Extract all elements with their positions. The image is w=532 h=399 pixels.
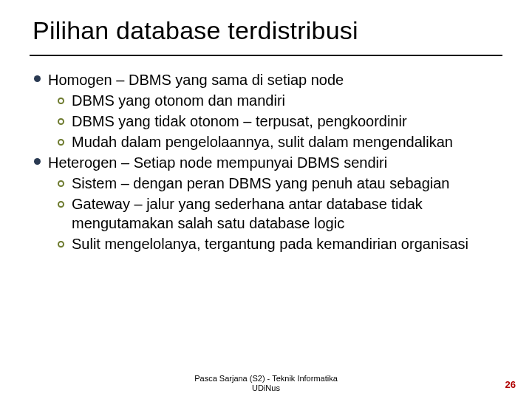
slide: Pilihan database terdistribusi Homogen –…	[0, 0, 532, 399]
bullet-text: Sistem – dengan peran DBMS yang penuh at…	[72, 174, 449, 193]
bullet-text: Mudah dalam pengelolaannya, sulit dalam …	[72, 132, 453, 151]
bullet-text: Sulit mengelolanya, tergantung pada kema…	[72, 234, 468, 253]
subbullet-icon	[58, 118, 64, 125]
footer: Pasca Sarjana (S2) - Teknik Informatika …	[0, 374, 532, 393]
subbullet-icon	[58, 139, 64, 146]
bullet-text: DBMS yang tidak otonom – terpusat, pengk…	[72, 112, 407, 131]
bullet-level2: Sulit mengelolanya, tergantung pada kema…	[58, 234, 502, 253]
bullet-text: DBMS yang otonom dan mandiri	[72, 91, 285, 110]
footer-text: Pasca Sarjana (S2) - Teknik Informatika …	[194, 374, 338, 393]
content-area: Homogen – DBMS yang sama di setiap node …	[33, 70, 502, 253]
footer-line1: Pasca Sarjana (S2) - Teknik Informatika	[194, 374, 338, 383]
bullet-text: Gateway – jalur yang sederhana antar dat…	[72, 194, 502, 233]
bullet-text: Heterogen – Setiap node mempunyai DBMS s…	[48, 153, 387, 172]
bullet-icon	[34, 158, 41, 165]
page-number: 26	[505, 379, 516, 390]
bullet-level2: Gateway – jalur yang sederhana antar dat…	[58, 194, 502, 233]
subbullet-icon	[58, 180, 64, 187]
bullet-level2: DBMS yang tidak otonom – terpusat, pengk…	[58, 112, 502, 131]
bullet-level2: Mudah dalam pengelolaannya, sulit dalam …	[58, 132, 502, 151]
subbullet-icon	[58, 98, 64, 104]
subbullet-icon	[58, 201, 64, 208]
subbullet-icon	[58, 241, 64, 248]
bullet-level2: DBMS yang otonom dan mandiri	[58, 91, 502, 110]
bullet-icon	[34, 75, 41, 82]
bullet-level2: Sistem – dengan peran DBMS yang penuh at…	[58, 174, 502, 193]
footer-line2: UDiNus	[252, 383, 280, 392]
bullet-level1: Homogen – DBMS yang sama di setiap node	[34, 70, 502, 89]
title-underline	[30, 55, 502, 56]
bullet-text: Homogen – DBMS yang sama di setiap node	[48, 70, 344, 89]
bullet-level1: Heterogen – Setiap node mempunyai DBMS s…	[34, 153, 502, 172]
slide-title: Pilihan database terdistribusi	[33, 16, 502, 45]
